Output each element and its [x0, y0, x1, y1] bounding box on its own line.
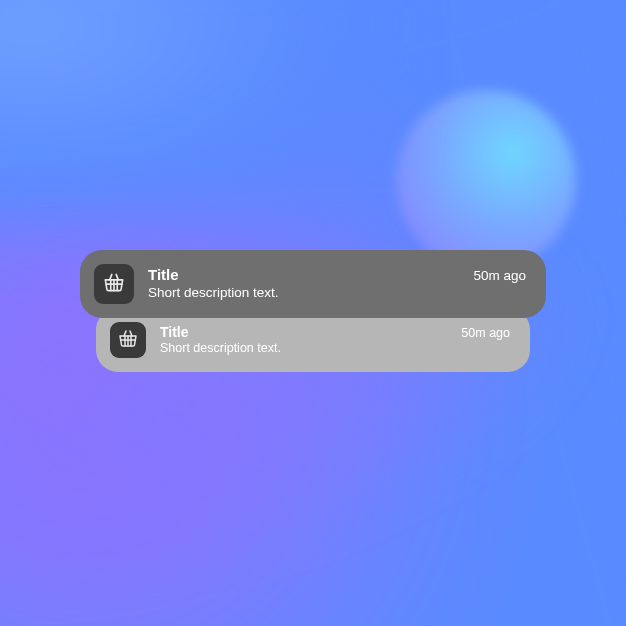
app-icon-tile — [94, 264, 134, 304]
app-icon-tile — [110, 322, 146, 358]
basket-icon — [116, 326, 140, 354]
notification-description: Short description text. — [148, 285, 526, 301]
notification-time: 50m ago — [461, 326, 510, 340]
notification-title: Title — [160, 324, 189, 341]
bg-orb — [396, 90, 576, 270]
notification-card-front[interactable]: Title 50m ago Short description text. — [80, 250, 546, 318]
notification-title: Title — [148, 266, 179, 284]
basket-icon — [101, 269, 127, 299]
notification-time: 50m ago — [473, 268, 526, 283]
notification-content: Title 50m ago Short description text. — [160, 324, 510, 357]
notification-description: Short description text. — [160, 341, 510, 356]
notification-content: Title 50m ago Short description text. — [148, 266, 526, 301]
